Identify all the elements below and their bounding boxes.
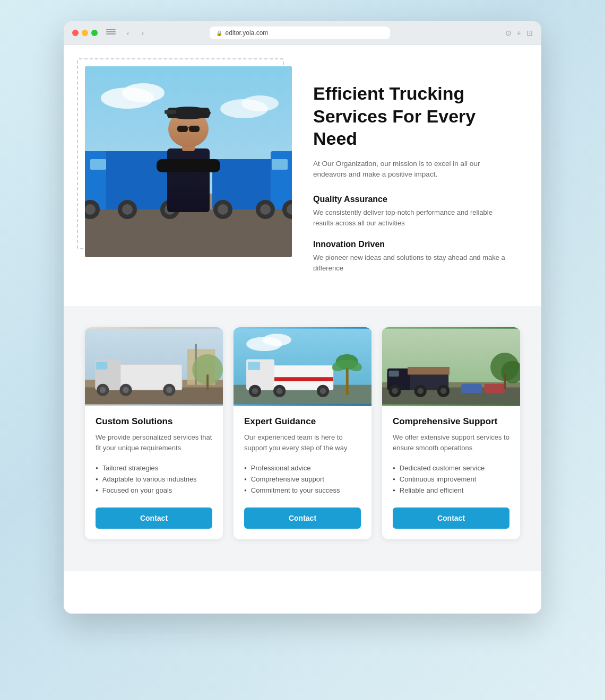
svg-rect-26	[157, 159, 220, 172]
footer-space	[64, 571, 541, 614]
hero-title: Efficient Trucking Services For Every Ne…	[313, 82, 509, 150]
forward-button[interactable]: ›	[137, 27, 149, 39]
list-item: Tailored strategies	[96, 462, 212, 474]
feature-innovation-title: Innovation Driven	[313, 240, 509, 249]
svg-point-44	[123, 387, 129, 393]
svg-point-20	[218, 204, 228, 215]
svg-point-62	[320, 388, 326, 394]
svg-rect-74	[389, 371, 399, 377]
list-item: Reliable and efficient	[393, 485, 509, 496]
svg-point-58	[252, 388, 258, 394]
more-icon[interactable]: ⊡	[526, 29, 533, 37]
cards-section: Custom Solutions We provide personalized…	[64, 306, 541, 571]
svg-rect-40	[96, 362, 107, 369]
list-item: Continuous improvement	[393, 474, 509, 485]
svg-point-4	[241, 95, 279, 111]
card-custom-desc: We provide personalized services that fi…	[96, 432, 212, 453]
help-icon[interactable]: ⊙	[505, 29, 512, 37]
svg-point-81	[440, 388, 447, 394]
svg-point-79	[417, 388, 424, 394]
close-button[interactable]	[72, 30, 79, 36]
contact-button-expert[interactable]: Contact	[244, 508, 361, 529]
svg-rect-56	[248, 362, 260, 370]
svg-point-46	[166, 387, 172, 393]
hero-section: Efficient Trucking Services For Every Ne…	[64, 45, 541, 306]
browser-actions: ⊙ + ⊡	[505, 29, 533, 37]
card-expert-title: Expert Guidance	[244, 416, 361, 427]
card-expert-image	[234, 327, 371, 406]
svg-rect-83	[485, 384, 505, 393]
contact-button-custom[interactable]: Contact	[96, 508, 212, 529]
list-item: Adaptable to various industries	[96, 474, 212, 485]
svg-point-11	[85, 204, 96, 215]
card-comprehensive-desc: We offer extensive support services to e…	[393, 432, 509, 453]
card-comprehensive-title: Comprehensive Support	[393, 416, 509, 427]
feature-innovation: Innovation Driven We pioneer new ideas a…	[313, 240, 509, 273]
svg-rect-32	[177, 126, 188, 132]
hero-image-wrapper	[85, 66, 292, 257]
feature-quality-title: Quality Assurance	[313, 195, 509, 204]
card-custom-image	[85, 327, 223, 406]
list-item: Focused on your goals	[96, 485, 212, 496]
svg-rect-86	[504, 374, 506, 389]
svg-point-42	[100, 387, 106, 393]
svg-rect-33	[189, 126, 200, 132]
svg-rect-82	[461, 384, 482, 393]
browser-nav: ‹ ›	[122, 27, 149, 39]
svg-point-77	[392, 388, 398, 394]
svg-point-60	[276, 388, 283, 394]
card-expert-list: Professional advice Comprehensive suppor…	[244, 462, 361, 496]
card-expert-desc: Our experienced team is here to support …	[244, 432, 361, 453]
hero-text: Efficient Trucking Services For Every Ne…	[313, 66, 509, 285]
card-custom-body: Custom Solutions We provide personalized…	[85, 406, 223, 539]
lock-icon: 🔒	[216, 30, 222, 36]
hero-image	[85, 66, 292, 257]
svg-rect-9	[90, 159, 106, 170]
browser-chrome: ‹ › 🔒 editor.yola.com ⊙ + ⊡	[64, 21, 541, 45]
svg-rect-18	[272, 159, 288, 170]
svg-rect-25	[167, 148, 210, 212]
svg-point-13	[122, 204, 133, 215]
card-custom: Custom Solutions We provide personalized…	[85, 327, 223, 539]
contact-button-comprehensive[interactable]: Contact	[393, 508, 509, 529]
minimize-button[interactable]	[82, 30, 88, 36]
list-item: Professional advice	[244, 462, 361, 474]
svg-rect-75	[408, 367, 450, 374]
svg-rect-31	[165, 110, 176, 114]
maximize-button[interactable]	[91, 30, 98, 36]
card-comprehensive-body: Comprehensive Support We offer extensive…	[382, 406, 520, 539]
address-bar[interactable]: 🔒 editor.yola.com	[210, 27, 390, 39]
url-text: editor.yola.com	[226, 29, 269, 37]
card-custom-list: Tailored strategies Adaptable to various…	[96, 462, 212, 496]
sidebar-toggle-icon[interactable]	[106, 29, 116, 37]
list-item: Comprehensive support	[244, 474, 361, 485]
feature-quality: Quality Assurance We consistently delive…	[313, 195, 509, 228]
card-comprehensive-list: Dedicated customer service Continuous im…	[393, 462, 509, 496]
list-item: Commitment to your success	[244, 485, 361, 496]
browser-content: Efficient Trucking Services For Every Ne…	[64, 45, 541, 614]
list-item: Dedicated customer service	[393, 462, 509, 474]
card-expert-body: Expert Guidance Our experienced team is …	[234, 406, 371, 539]
card-comprehensive: Comprehensive Support We offer extensive…	[382, 327, 520, 539]
svg-point-68	[263, 334, 291, 346]
feature-quality-desc: We consistently deliver top-notch perfor…	[313, 207, 509, 228]
traffic-lights	[72, 30, 98, 36]
card-comprehensive-image	[382, 327, 520, 406]
card-custom-title: Custom Solutions	[96, 416, 212, 427]
back-button[interactable]: ‹	[122, 27, 134, 39]
browser-window: ‹ › 🔒 editor.yola.com ⊙ + ⊡	[64, 21, 541, 614]
feature-innovation-desc: We pioneer new ideas and solutions to st…	[313, 252, 509, 273]
svg-point-22	[260, 204, 271, 215]
card-expert: Expert Guidance Our experienced team is …	[234, 327, 371, 539]
add-tab-icon[interactable]: +	[517, 29, 521, 37]
svg-rect-50	[206, 374, 209, 390]
hero-subtitle: At Our Organization, our mission is to e…	[313, 159, 509, 180]
svg-point-2	[122, 83, 165, 102]
